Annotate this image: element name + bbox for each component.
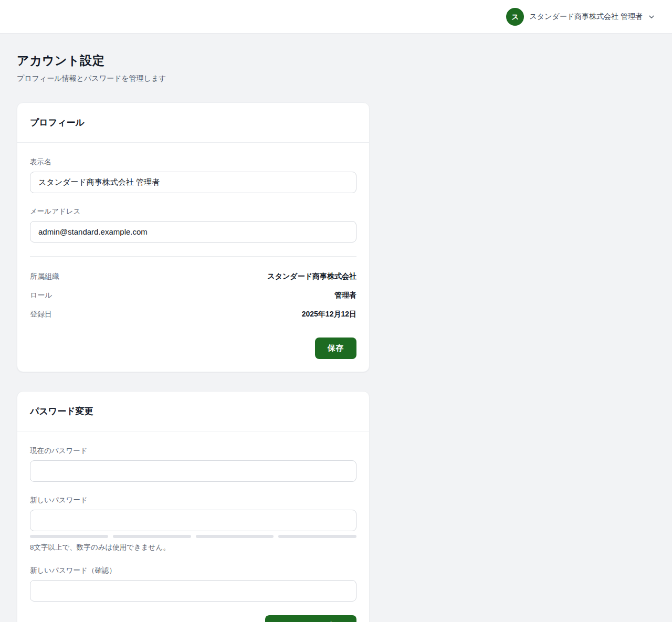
password-card-body: 現在のパスワード 新しいパスワード 8文字以上で、数字のみは使用できません。 新… (17, 431, 369, 622)
current-password-field-group: 現在のパスワード (30, 446, 356, 482)
change-password-button[interactable]: パスワードを変更 (265, 615, 356, 622)
password-card-title: パスワード変更 (30, 405, 356, 417)
email-field[interactable] (30, 221, 356, 243)
page-title: アカウント設定 (17, 52, 655, 69)
password-card-header: パスワード変更 (17, 392, 369, 431)
account-settings-page: アカウント設定 プロフィール情報とパスワードを管理します プロフィール 表示名 … (0, 34, 672, 622)
display-name-label: 表示名 (30, 157, 356, 167)
role-label: ロール (30, 291, 52, 300)
password-actions: パスワードを変更 (30, 615, 356, 622)
email-label: メールアドレス (30, 207, 356, 216)
profile-card-title: プロフィール (30, 117, 356, 129)
password-strength-segment (278, 535, 356, 538)
registered-date-row: 登録日 2025年12月12日 (30, 305, 356, 324)
avatar: ス (506, 8, 524, 26)
avatar-initial: ス (511, 13, 519, 20)
password-strength-segment (30, 535, 108, 538)
email-field-group: メールアドレス (30, 207, 356, 243)
registered-date-label: 登録日 (30, 310, 52, 319)
top-bar: ス スタンダード商事株式会社 管理者 (0, 0, 672, 34)
profile-actions: 保存 (30, 338, 356, 359)
new-password-field-group: 新しいパスワード 8文字以上で、数字のみは使用できません。 (30, 496, 356, 552)
page-subtitle: プロフィール情報とパスワードを管理します (17, 74, 655, 83)
new-password-label: 新しいパスワード (30, 496, 356, 505)
organization-row: 所属組織 スタンダード商事株式会社 (30, 267, 356, 286)
profile-card: プロフィール 表示名 メールアドレス 所属組織 スタンダード商事株式会社 ロール… (17, 102, 370, 372)
current-password-input[interactable] (30, 460, 356, 482)
confirm-password-label: 新しいパスワード（確認） (30, 566, 356, 575)
role-value: 管理者 (334, 291, 356, 300)
password-strength-segment (113, 535, 191, 538)
account-name-label: スタンダード商事株式会社 管理者 (529, 12, 643, 22)
account-menu[interactable]: ス スタンダード商事株式会社 管理者 (506, 8, 655, 26)
organization-label: 所属組織 (30, 272, 59, 281)
confirm-password-field-group: 新しいパスワード（確認） (30, 566, 356, 602)
new-password-hint: 8文字以上で、数字のみは使用できません。 (30, 543, 356, 552)
confirm-password-input[interactable] (30, 580, 356, 602)
display-name-field-group: 表示名 (30, 157, 356, 193)
display-name-input[interactable] (30, 172, 356, 193)
profile-divider (30, 256, 356, 257)
profile-card-body: 表示名 メールアドレス 所属組織 スタンダード商事株式会社 ロール 管理者 登録… (17, 143, 369, 372)
organization-value: スタンダード商事株式会社 (267, 272, 356, 281)
role-row: ロール 管理者 (30, 286, 356, 305)
current-password-label: 現在のパスワード (30, 446, 356, 456)
password-strength-meter (30, 535, 356, 538)
new-password-input[interactable] (30, 510, 356, 531)
password-strength-segment (196, 535, 274, 538)
profile-card-header: プロフィール (17, 103, 369, 143)
password-card: パスワード変更 現在のパスワード 新しいパスワード 8文字以上で、数字のみは使用… (17, 391, 370, 622)
chevron-down-icon (648, 13, 655, 20)
save-button[interactable]: 保存 (315, 338, 356, 359)
registered-date-value: 2025年12月12日 (302, 310, 356, 319)
